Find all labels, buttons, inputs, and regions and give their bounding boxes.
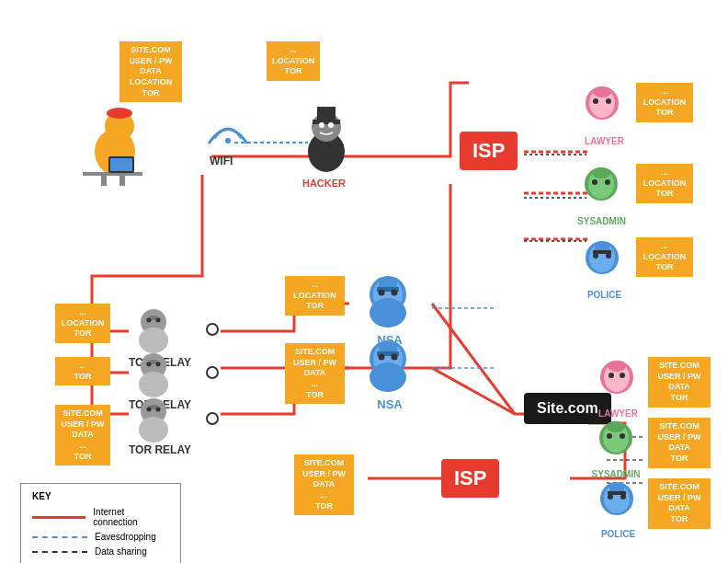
svg-point-13 (319, 122, 324, 128)
svg-point-48 (392, 290, 398, 296)
datashare-line-sample (32, 551, 87, 553)
tor-relay3-label: TOR RELAY (129, 443, 191, 456)
tor-relay3-character (129, 393, 179, 443)
lawyer-top-label: LAWYER (579, 136, 630, 146)
internet-line-sample (32, 516, 85, 519)
location-top-box: ...LOCATIONTOR (267, 41, 320, 81)
svg-rect-4 (101, 175, 107, 186)
hacker-character (294, 101, 358, 175)
svg-point-14 (328, 122, 334, 128)
user-info-box: SITE.COMUSER / PWDATALOCATIONTOR (119, 41, 182, 102)
svg-point-65 (607, 433, 612, 439)
nsa1-character (358, 272, 418, 332)
key-title: KEY (32, 491, 169, 501)
svg-point-18 (593, 98, 598, 104)
datashare-label: Data sharing (95, 546, 147, 557)
police-top-info: ...LOCATIONTOR (636, 237, 693, 277)
svg-point-60 (609, 373, 614, 378)
isp-bottom-box: ISP (441, 459, 499, 498)
svg-point-33 (147, 318, 152, 323)
lawyer-top-character (579, 83, 625, 133)
svg-point-38 (156, 362, 161, 367)
svg-point-71 (608, 494, 613, 500)
tor-relay2-character (129, 348, 179, 398)
tor-relay1-character (129, 304, 179, 354)
svg-point-41 (147, 408, 152, 412)
svg-point-17 (593, 86, 611, 98)
svg-point-8 (225, 138, 231, 144)
svg-point-37 (147, 362, 152, 367)
sysadmin-top-label: SYSADMIN (572, 216, 631, 226)
police-top-character (579, 237, 625, 288)
svg-point-19 (606, 98, 611, 104)
svg-rect-12 (313, 120, 340, 124)
svg-point-55 (392, 354, 398, 361)
svg-point-54 (379, 354, 385, 361)
svg-point-72 (620, 494, 626, 500)
police-top-label: POLICE (579, 290, 630, 300)
svg-point-59 (608, 361, 626, 372)
hacker-label: HACKER (294, 178, 354, 189)
svg-point-23 (592, 179, 597, 185)
svg-point-64 (607, 421, 625, 432)
eavesdrop-line-sample (32, 536, 87, 538)
svg-point-29 (593, 253, 598, 259)
isp-bottom-info: SITE.COMUSER / PWDATA...TOR (294, 454, 354, 515)
lawyer-bot-info: SITE.COMUSER / PWDATATOR (648, 357, 711, 408)
svg-point-40 (139, 417, 168, 442)
svg-point-34 (156, 318, 161, 323)
wifi-icon (205, 110, 251, 154)
lawyer-bot-character (593, 357, 641, 408)
eavesdrop-label: Eavesdropping (95, 532, 156, 542)
svg-point-30 (606, 253, 611, 259)
svg-point-42 (156, 408, 161, 412)
nsa2-label: NSA (363, 397, 416, 411)
relay3-circle (206, 412, 219, 425)
svg-point-66 (620, 433, 625, 439)
internet-label: Internet connection (93, 507, 169, 527)
svg-point-24 (605, 179, 610, 185)
svg-point-47 (379, 290, 385, 296)
svg-rect-11 (317, 107, 336, 121)
isp-top-box: ISP (460, 132, 518, 170)
relay1-circle (206, 323, 219, 336)
user-character (74, 106, 156, 189)
lawyer-top-info: ...LOCATIONTOR (636, 83, 693, 122)
svg-rect-7 (110, 158, 132, 171)
wifi-label: WIFI (210, 155, 233, 167)
police-bot-character (593, 478, 641, 529)
nsa1-info-box: ...LOCATIONTOR (285, 276, 345, 316)
svg-rect-5 (119, 175, 125, 186)
svg-point-2 (107, 108, 132, 119)
svg-point-61 (620, 373, 625, 378)
police-bot-label: POLICE (593, 529, 643, 539)
sysadmin-top-character (577, 164, 625, 214)
police-bot-info: SITE.COMUSER / PWDATATOR (648, 478, 711, 529)
key-box: KEY Internet connection Eavesdropping Da… (20, 483, 181, 563)
svg-point-56 (370, 362, 406, 392)
svg-point-49 (370, 298, 406, 327)
svg-point-22 (592, 167, 610, 178)
relay1-left-box: ...LOCATIONTOR (55, 304, 110, 343)
nsa2-character (358, 337, 418, 396)
nsa2-info-box: SITE.COMUSER / PWDATA...TOR (285, 343, 345, 404)
relay2-left-box: ...TOR (55, 357, 110, 385)
sysadmin-bot-info: SITE.COMUSER / PWDATATOR (648, 418, 711, 468)
key-internet-row: Internet connection (32, 507, 169, 527)
sysadmin-bot-character (591, 418, 642, 468)
key-eavesdrop-row: Eavesdropping (32, 532, 169, 542)
key-datashare-row: Data sharing (32, 546, 169, 557)
relay2-circle (206, 366, 219, 379)
relay3-left-box: SITE.COMUSER / PWDATA...TOR (55, 405, 110, 465)
sysadmin-top-info: ...LOCATIONTOR (636, 164, 693, 203)
